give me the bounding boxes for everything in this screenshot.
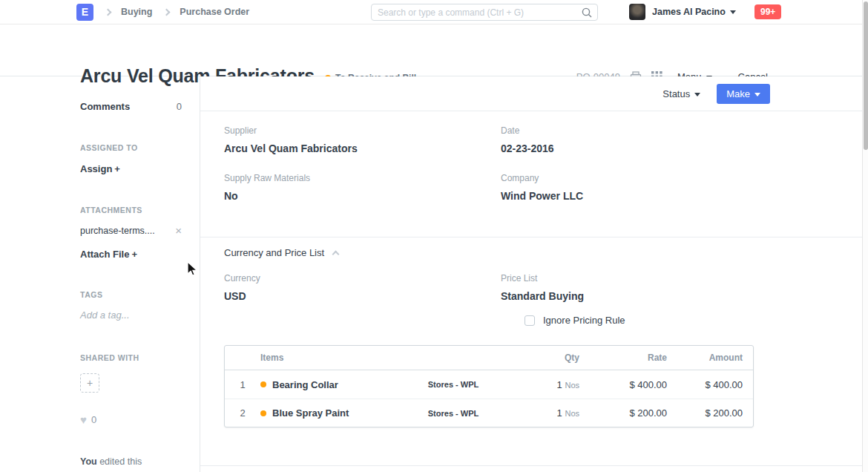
attachments-label: ATTACHMENTS: [80, 206, 182, 214]
item-status-dot-icon: [260, 381, 266, 387]
row-index: 2: [225, 407, 260, 419]
assign-button[interactable]: Assign+: [80, 163, 120, 174]
field-date[interactable]: Date 02-23-2016: [501, 125, 777, 154]
items-column-header: Items: [260, 353, 409, 363]
rate-column-header: Rate: [579, 353, 667, 363]
plus-icon: +: [131, 249, 137, 260]
comments-count: 0: [177, 101, 182, 112]
field-currency[interactable]: Currency USD: [224, 273, 501, 302]
chevron-up-icon: [332, 250, 340, 258]
app-logo[interactable]: E: [76, 4, 93, 21]
item-name: Blue Spray Paint: [272, 407, 349, 419]
section-currency-price-list: Currency and Price List Currency USD Pri…: [200, 237, 868, 326]
item-name: Bearing Collar: [272, 379, 338, 390]
currency-label: Currency: [224, 273, 501, 283]
like-heart-icon[interactable]: ♥: [80, 413, 87, 426]
field-supplier[interactable]: Supplier Arcu Vel Quam Fabricators: [224, 125, 501, 154]
currency-value: USD: [224, 290, 501, 302]
chevron-down-icon: [754, 93, 760, 96]
notifications-badge[interactable]: 99+: [754, 4, 781, 19]
chevron-down-icon: [730, 10, 736, 14]
item-amount: $ 200.00: [667, 407, 753, 419]
supply-raw-materials-label: Supply Raw Materials: [224, 173, 501, 183]
section-toggle[interactable]: Currency and Price List: [224, 247, 868, 258]
add-share-button[interactable]: +: [80, 373, 99, 393]
supplier-value: Arcu Vel Quam Fabricators: [224, 142, 501, 154]
shared-with-label: SHARED WITH: [80, 353, 182, 362]
item-qty: 1: [557, 379, 562, 390]
table-row[interactable]: 2 Blue Spray Paint Stores - WPL 1 Nos $ …: [225, 399, 753, 427]
attachment-link[interactable]: purchase-terms....: [80, 226, 155, 236]
attach-file-button[interactable]: Attach File+: [80, 249, 137, 260]
field-price-list[interactable]: Price List Standard Buying: [501, 273, 777, 302]
breadcrumb-buying[interactable]: Buying: [121, 7, 152, 17]
like-count: 0: [91, 414, 96, 425]
user-menu[interactable]: James Al Pacino: [629, 4, 736, 20]
search-input[interactable]: [372, 7, 582, 18]
item-warehouse: Stores - WPL: [409, 409, 498, 418]
page-header: Arcu Vel Quam Fabricators To Receive and…: [0, 24, 868, 76]
page-scrollbar: [862, 0, 868, 472]
top-navbar: E Buying Purchase Order James Al Pacino …: [0, 0, 868, 24]
form-sidebar: Comments 0 ASSIGNED TO Assign+ ATTACHMEN…: [0, 76, 200, 472]
item-rate: $ 400.00: [579, 379, 667, 390]
item-uom: Nos: [565, 381, 579, 390]
date-value: 02-23-2016: [501, 142, 777, 154]
breadcrumb-purchase-order[interactable]: Purchase Order: [180, 7, 249, 17]
qty-column-header: Qty: [498, 353, 579, 363]
add-tag-input[interactable]: Add a tag...: [80, 309, 182, 321]
table-row[interactable]: 1 Bearing Collar Stores - WPL 1 Nos $ 40…: [225, 370, 753, 399]
price-list-value: Standard Buying: [501, 290, 777, 302]
user-avatar: [629, 4, 645, 20]
row-index: 1: [225, 379, 260, 390]
status-dropdown-button[interactable]: Status: [662, 88, 700, 99]
item-amount: $ 400.00: [667, 379, 753, 390]
section-divider: [200, 465, 868, 466]
ignore-pricing-rule-checkbox[interactable]: [525, 315, 535, 326]
breadcrumb-separator-icon: [163, 8, 171, 16]
supplier-label: Supplier: [224, 125, 501, 136]
field-company[interactable]: Company Wind Power LLC: [501, 173, 777, 202]
assigned-to-label: ASSIGNED TO: [80, 143, 182, 152]
amount-column-header: Amount: [667, 353, 753, 363]
ignore-pricing-rule-label: Ignore Pricing Rule: [543, 315, 625, 326]
company-label: Company: [501, 173, 777, 183]
tags-label: TAGS: [80, 290, 182, 299]
comments-link[interactable]: Comments: [80, 101, 130, 112]
item-status-dot-icon: [260, 410, 266, 416]
make-dropdown-button[interactable]: Make: [717, 84, 770, 104]
item-rate: $ 200.00: [579, 407, 667, 419]
breadcrumb-separator-icon: [105, 8, 112, 16]
activity-edited: You edited this 2 minutes ago: [80, 456, 182, 472]
remove-attachment-icon[interactable]: ×: [175, 225, 182, 236]
section-title: Currency and Price List: [224, 247, 324, 258]
field-supply-raw-materials[interactable]: Supply Raw Materials No: [224, 173, 501, 202]
price-list-label: Price List: [501, 273, 777, 283]
item-uom: Nos: [565, 409, 579, 418]
chevron-down-icon: [694, 93, 700, 96]
global-search: [371, 4, 598, 21]
items-table-header: Items Qty Rate Amount: [225, 346, 753, 370]
form-main: Status Make Supplier Arcu Vel Quam Fabri…: [200, 76, 868, 472]
item-qty: 1: [557, 407, 562, 419]
search-icon: [582, 7, 592, 18]
item-warehouse: Stores - WPL: [409, 380, 498, 389]
supply-raw-materials-value: No: [224, 190, 501, 202]
date-label: Date: [501, 125, 777, 136]
company-value: Wind Power LLC: [501, 190, 777, 202]
items-table: Items Qty Rate Amount 1 Bearing Collar S…: [224, 345, 754, 427]
field-ignore-pricing-rule: Ignore Pricing Rule: [525, 315, 868, 326]
scrollbar-thumb[interactable]: [864, 1, 868, 150]
user-name: James Al Pacino: [652, 7, 726, 17]
form-toolbar: Status Make: [200, 76, 868, 111]
plus-icon: +: [114, 163, 120, 174]
